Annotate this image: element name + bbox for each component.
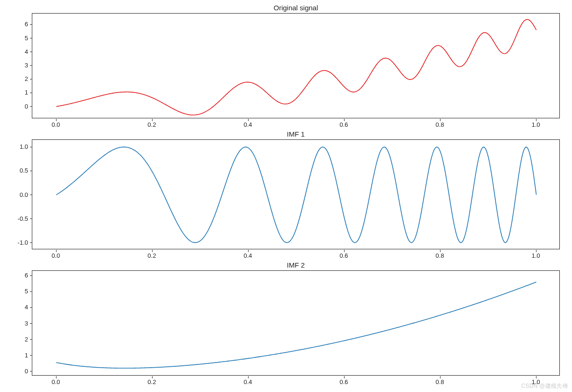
ytick: 2 xyxy=(9,75,28,82)
figure: Original signal IMF 1 IMF 2 CSDN @建模先锋 0… xyxy=(0,0,572,392)
panel-imf2 xyxy=(32,270,560,376)
xtick: 0.4 xyxy=(243,378,252,385)
xtick: 1.0 xyxy=(532,121,540,128)
ytick: 6 xyxy=(9,21,28,28)
xtick: 0.8 xyxy=(436,378,444,385)
panel-imf1 xyxy=(32,139,560,249)
xtick: 0.4 xyxy=(243,252,252,259)
series-original xyxy=(56,20,536,115)
series-imf1 xyxy=(56,147,536,242)
xtick: 0.8 xyxy=(436,121,444,128)
series-imf2 xyxy=(56,282,536,368)
xtick: 0.2 xyxy=(147,378,156,385)
ytick: 5 xyxy=(9,34,28,41)
ytick: 2 xyxy=(9,335,28,342)
ytick: 3 xyxy=(9,62,28,69)
xtick: 0.0 xyxy=(51,252,60,259)
ytick: 0 xyxy=(9,367,28,374)
ytick: -1.0 xyxy=(9,239,28,246)
ytick: -0.5 xyxy=(9,215,28,222)
ytick: 4 xyxy=(9,304,28,311)
ytick: 1.0 xyxy=(9,143,28,150)
xtick: 0.4 xyxy=(243,121,252,128)
ytick: 3 xyxy=(9,319,28,327)
xtick: 0.2 xyxy=(147,252,156,259)
title-original: Original signal xyxy=(32,4,560,12)
ytick: 0 xyxy=(9,102,28,109)
ytick: 5 xyxy=(9,288,28,295)
ytick: 4 xyxy=(9,48,28,55)
xtick: 1.0 xyxy=(532,252,540,259)
xtick: 0.8 xyxy=(436,252,444,259)
xtick: 0.6 xyxy=(339,252,348,259)
title-imf2: IMF 2 xyxy=(32,261,560,269)
xtick: 0.6 xyxy=(339,121,348,128)
ytick: 1 xyxy=(9,351,28,358)
xtick: 0.6 xyxy=(339,378,348,385)
xtick: 1.0 xyxy=(532,378,540,385)
xtick: 0.0 xyxy=(51,378,60,385)
panel-original xyxy=(32,13,560,118)
ytick: 0.5 xyxy=(9,167,28,174)
xtick: 0.2 xyxy=(147,121,156,128)
watermark: CSDN @建模先锋 xyxy=(521,382,568,390)
title-imf1: IMF 1 xyxy=(32,130,560,138)
ytick: 1 xyxy=(9,89,28,96)
ytick: 0.0 xyxy=(9,191,28,198)
xtick: 0.0 xyxy=(51,121,60,128)
ytick: 6 xyxy=(9,272,28,279)
